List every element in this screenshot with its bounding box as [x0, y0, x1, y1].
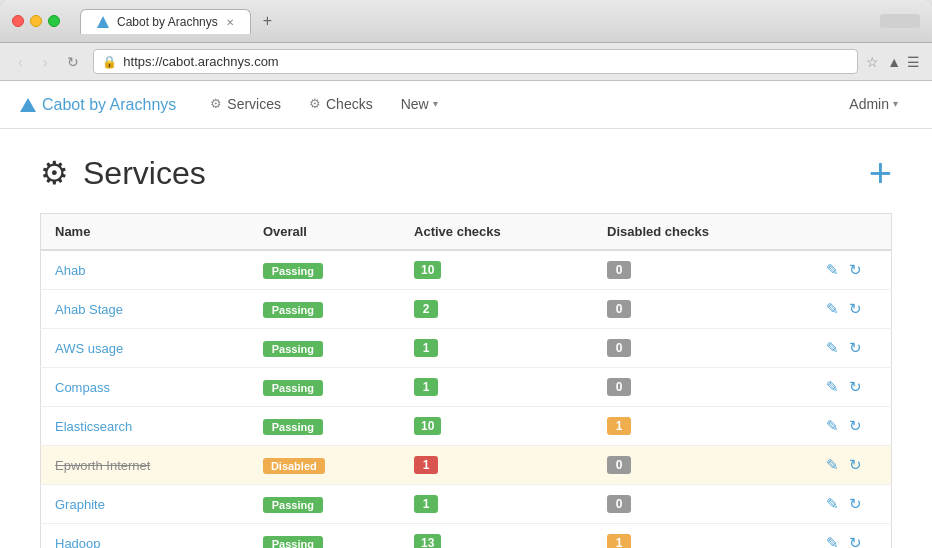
edit-icon[interactable]: ✎: [826, 339, 839, 357]
overall-badge: Passing: [263, 419, 323, 435]
brand-triangle-icon: [20, 98, 36, 112]
admin-caret-icon: ▾: [893, 98, 898, 109]
app-content: Cabot by Arachnys ⚙ Services ⚙ Checks Ne…: [0, 81, 932, 548]
service-actions-cell: ✎ ↻: [812, 250, 892, 290]
service-link[interactable]: Ahab Stage: [55, 302, 123, 317]
service-overall-cell: Passing: [249, 329, 400, 368]
service-link[interactable]: AWS usage: [55, 341, 123, 356]
disabled-checks-badge: 0: [607, 339, 631, 357]
refresh-icon[interactable]: ↻: [849, 417, 862, 435]
refresh-icon[interactable]: ↻: [849, 300, 862, 318]
service-overall-cell: Passing: [249, 524, 400, 549]
edit-icon[interactable]: ✎: [826, 495, 839, 513]
service-actions-cell: ✎ ↻: [812, 524, 892, 549]
refresh-icon[interactable]: ↻: [849, 261, 862, 279]
service-name-cell: Elasticsearch: [41, 407, 249, 446]
close-button[interactable]: [12, 15, 24, 27]
overall-badge: Passing: [263, 380, 323, 396]
url-bar[interactable]: 🔒 https://cabot.arachnys.com: [93, 49, 858, 74]
service-link[interactable]: Ahab: [55, 263, 85, 278]
table-row: Epworth InternetDisabled10 ✎ ↻: [41, 446, 892, 485]
col-header-active-checks: Active checks: [400, 214, 593, 251]
service-overall-cell: Disabled: [249, 446, 400, 485]
nav-admin[interactable]: Admin ▾: [835, 82, 912, 128]
service-link[interactable]: Graphite: [55, 497, 105, 512]
disabled-checks-badge: 0: [607, 495, 631, 513]
action-icons: ✎ ↻: [826, 300, 878, 318]
edit-icon[interactable]: ✎: [826, 456, 839, 474]
service-actions-cell: ✎ ↻: [812, 290, 892, 329]
disabled-checks-badge: 0: [607, 456, 631, 474]
active-checks-badge: 1: [414, 378, 438, 396]
refresh-icon[interactable]: ↻: [849, 378, 862, 396]
col-header-disabled-checks: Disabled checks: [593, 214, 812, 251]
active-checks-badge: 1: [414, 456, 438, 474]
service-overall-cell: Passing: [249, 407, 400, 446]
browser-nav-icons: ▲ ☰: [887, 54, 920, 70]
service-name-cell: Ahab: [41, 250, 249, 290]
overall-badge: Passing: [263, 263, 323, 279]
tab-close-icon[interactable]: ✕: [226, 17, 234, 28]
menu-icon[interactable]: ☰: [907, 54, 920, 70]
refresh-icon[interactable]: ↻: [849, 456, 862, 474]
nav-checks[interactable]: ⚙ Checks: [295, 82, 387, 128]
service-disabled-checks-cell: 0: [593, 368, 812, 407]
active-checks-badge: 2: [414, 300, 438, 318]
disabled-checks-badge: 0: [607, 261, 631, 279]
active-checks-badge: 10: [414, 261, 441, 279]
edit-icon[interactable]: ✎: [826, 261, 839, 279]
url-text: https://cabot.arachnys.com: [123, 54, 278, 69]
active-checks-badge: 10: [414, 417, 441, 435]
back-button[interactable]: ‹: [12, 52, 29, 72]
service-link[interactable]: Hadoop: [55, 536, 101, 548]
window-controls: [880, 14, 920, 28]
disabled-checks-badge: 1: [607, 417, 631, 435]
overall-badge: Disabled: [263, 458, 325, 474]
refresh-icon[interactable]: ↻: [849, 534, 862, 548]
cabot-icon[interactable]: ▲: [887, 54, 901, 70]
add-service-button[interactable]: +: [869, 153, 892, 193]
edit-icon[interactable]: ✎: [826, 417, 839, 435]
disabled-checks-badge: 1: [607, 534, 631, 548]
table-row: Ahab StagePassing20 ✎ ↻: [41, 290, 892, 329]
nav-new[interactable]: New ▾: [387, 82, 452, 128]
service-name-cell: Hadoop: [41, 524, 249, 549]
table-row: GraphitePassing10 ✎ ↻: [41, 485, 892, 524]
forward-button[interactable]: ›: [37, 52, 54, 72]
page-title: Services: [83, 155, 206, 192]
bookmark-icon[interactable]: ☆: [866, 54, 879, 70]
col-header-name: Name: [41, 214, 249, 251]
edit-icon[interactable]: ✎: [826, 378, 839, 396]
service-name-cell: Compass: [41, 368, 249, 407]
admin-label: Admin: [849, 96, 889, 112]
service-link[interactable]: Elasticsearch: [55, 419, 132, 434]
service-disabled-checks-cell: 0: [593, 329, 812, 368]
title-bar: Cabot by Arachnys ✕ +: [0, 0, 932, 43]
edit-icon[interactable]: ✎: [826, 534, 839, 548]
table-row: ElasticsearchPassing101 ✎ ↻: [41, 407, 892, 446]
service-overall-cell: Passing: [249, 368, 400, 407]
service-name-cell: Ahab Stage: [41, 290, 249, 329]
new-tab-button[interactable]: +: [255, 8, 280, 34]
action-icons: ✎ ↻: [826, 417, 878, 435]
action-icons: ✎ ↻: [826, 339, 878, 357]
service-active-checks-cell: 10: [400, 250, 593, 290]
refresh-icon[interactable]: ↻: [849, 339, 862, 357]
service-link[interactable]: Compass: [55, 380, 110, 395]
services-table: Name Overall Active checks Disabled chec…: [40, 213, 892, 548]
service-overall-cell: Passing: [249, 290, 400, 329]
maximize-button[interactable]: [48, 15, 60, 27]
refresh-button[interactable]: ↻: [61, 52, 85, 72]
active-tab[interactable]: Cabot by Arachnys ✕: [80, 9, 251, 34]
service-link[interactable]: Epworth Internet: [55, 458, 150, 473]
refresh-icon[interactable]: ↻: [849, 495, 862, 513]
service-disabled-checks-cell: 1: [593, 407, 812, 446]
service-disabled-checks-cell: 0: [593, 250, 812, 290]
nav-services[interactable]: ⚙ Services: [196, 82, 295, 128]
table-row: CompassPassing10 ✎ ↻: [41, 368, 892, 407]
brand[interactable]: Cabot by Arachnys: [20, 96, 176, 114]
main-content: ⚙ Services + Name Overall Active checks …: [0, 129, 932, 548]
edit-icon[interactable]: ✎: [826, 300, 839, 318]
minimize-button[interactable]: [30, 15, 42, 27]
service-disabled-checks-cell: 0: [593, 485, 812, 524]
